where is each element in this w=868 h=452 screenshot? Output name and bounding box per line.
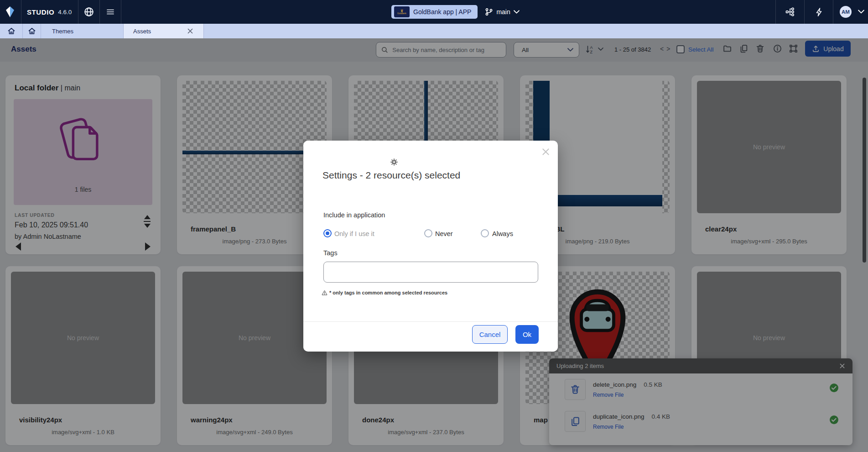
flow-diagram-icon <box>785 7 795 17</box>
app-window: STUDIO 4.6.0 ♛ GoldBank GoldBank app | A… <box>0 0 868 452</box>
close-tab-button[interactable] <box>187 28 193 34</box>
tab-home-2[interactable] <box>23 24 41 38</box>
goldbank-logo: ♛ GoldBank <box>394 6 410 17</box>
quick-actions-button[interactable] <box>811 0 826 24</box>
language-globe-button[interactable] <box>78 0 99 24</box>
cancel-button[interactable]: Cancel <box>472 325 508 344</box>
divider <box>833 0 833 24</box>
product-name: STUDIO <box>27 8 54 16</box>
include-in-application-label: Include in application <box>323 211 385 219</box>
ok-button[interactable]: Ok <box>515 325 539 344</box>
globe-icon <box>84 7 94 17</box>
tab-assets[interactable]: Assets <box>124 24 204 38</box>
divider <box>121 0 121 24</box>
tags-input[interactable] <box>323 262 538 283</box>
radio-always[interactable] <box>481 229 489 237</box>
tab-themes[interactable]: Themes <box>41 24 124 38</box>
radio-label[interactable]: Only if I use it <box>334 230 374 237</box>
chevron-down-icon <box>514 10 520 14</box>
tags-note: * only tags in common among selected res… <box>322 290 447 295</box>
workflow-button[interactable] <box>782 0 798 24</box>
home-icon <box>27 26 36 36</box>
gear-icon <box>390 158 398 168</box>
include-radio-group: Only if I use it Never Always <box>303 229 558 241</box>
git-branch-icon <box>485 8 493 16</box>
tab-home-1[interactable] <box>0 24 23 38</box>
tab-label: Themes <box>52 28 73 35</box>
tags-label: Tags <box>323 249 338 257</box>
current-app-pill[interactable]: ♛ GoldBank GoldBank app | APP <box>391 5 478 19</box>
home-icon <box>7 26 16 36</box>
top-bar: STUDIO 4.6.0 ♛ GoldBank GoldBank app | A… <box>0 0 868 24</box>
chevron-down-icon[interactable] <box>858 10 864 14</box>
branch-selector[interactable]: main <box>485 8 519 16</box>
divider <box>804 0 805 24</box>
close-icon <box>542 148 550 156</box>
radio-label[interactable]: Never <box>435 230 453 237</box>
tab-bar: Themes Assets <box>0 24 868 38</box>
warning-icon <box>322 290 327 295</box>
close-icon <box>187 28 193 34</box>
main-menu-button[interactable] <box>100 0 121 24</box>
settings-dialog: Settings - 2 resource(s) selected Includ… <box>303 141 558 352</box>
dialog-title: Settings - 2 resource(s) selected <box>322 170 460 181</box>
product-version: 4.6.0 <box>58 9 72 16</box>
radio-only-if-used[interactable] <box>323 229 332 237</box>
user-avatar[interactable]: AM <box>840 6 852 18</box>
lightning-icon <box>814 7 823 16</box>
studio-logo-icon <box>5 6 15 18</box>
current-app-label: GoldBank app | APP <box>413 8 471 16</box>
close-dialog-button[interactable] <box>542 148 550 156</box>
divider <box>775 0 776 24</box>
divider <box>303 321 558 322</box>
tab-label: Assets <box>133 28 151 35</box>
divider <box>21 0 21 24</box>
radio-label: Always <box>492 230 513 237</box>
branch-name: main <box>496 8 510 16</box>
radio-never[interactable] <box>424 229 432 237</box>
hamburger-icon <box>106 7 115 16</box>
